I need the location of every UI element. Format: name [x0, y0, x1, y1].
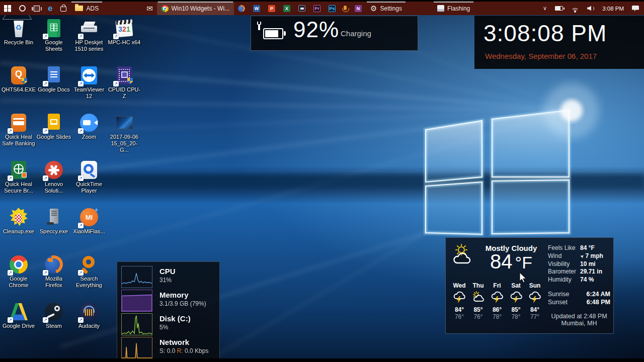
thunderstorm-icon — [490, 291, 505, 304]
taskbar-item-settings[interactable]: ⚙ Settings — [366, 2, 407, 15]
powerpoint-button[interactable]: P — [264, 2, 279, 15]
desktop-icon-cpu-z[interactable]: CPUID CPU-Z — [107, 64, 142, 112]
photoshop-icon: Ps — [329, 5, 336, 12]
task-view-button[interactable] — [30, 2, 44, 15]
sunset-value: 6:48 PM — [587, 298, 610, 306]
weather-widget[interactable]: Mostly Cloudy 84°F Feels Like84 °F Wind➤… — [445, 237, 614, 334]
battery-charge-icon — [263, 28, 283, 39]
cortana-button[interactable] — [15, 2, 30, 15]
edge-button[interactable]: e — [44, 2, 56, 15]
flashing-window-label: Flashing — [447, 5, 470, 12]
premiere-button[interactable]: Pr — [309, 2, 325, 15]
cpu-graph — [121, 266, 152, 288]
battery-status: Charging — [341, 29, 371, 38]
disk-graph — [121, 313, 152, 335]
sunrise-value: 6:24 AM — [587, 290, 610, 298]
forecast-thu[interactable]: Thu 85° 76° — [470, 282, 487, 320]
sunrise-label: Sunrise — [548, 290, 569, 298]
system-monitor-widget: CPU 31% Memory 3.1/3.9 GB (79%) Disk (C:… — [117, 261, 220, 358]
letterbox-bottom — [0, 358, 644, 362]
desktop-icon-quick-heal-secure-browse[interactable]: Quick Heal Secure Br... — [1, 159, 36, 206]
desktop-icon-qhts64[interactable]: Q QHTS64.EXE — [1, 64, 36, 112]
firefox-icon — [238, 5, 245, 12]
settings-window-label: Settings — [380, 5, 402, 12]
network-row: Network S: 0.0 R: 0.0 Kbps — [121, 337, 217, 358]
taskbar-item-explorer-ads[interactable]: ADS — [70, 2, 103, 15]
screenshot-thumbnail-icon — [114, 113, 134, 133]
taskbar-item-flashing[interactable]: Flashing — [433, 2, 474, 15]
forecast-wed[interactable]: Wed 84° 76° — [451, 282, 468, 320]
edge-icon: e — [48, 4, 52, 13]
tray-volume-button[interactable] — [584, 2, 597, 15]
desktop-icon-hp-deskjet[interactable]: HP Deskjet 1510 series — [71, 17, 107, 64]
forecast-fri[interactable]: Fri 86° 78° — [489, 282, 506, 320]
memory-row: Memory 3.1/3.9 GB (79%) — [121, 290, 217, 312]
mail-button[interactable]: ✉ — [142, 2, 157, 15]
firefox-icon — [44, 254, 64, 275]
tray-battery-button[interactable] — [552, 2, 566, 15]
desktop-icon-screenshot-file[interactable]: 2017-09-06 15_05_20-G... — [107, 112, 142, 159]
desktop-icon-audacity[interactable]: Audacity — [71, 301, 107, 348]
store-icon — [60, 7, 66, 12]
desktop-icon-lenovo-solution[interactable]: Lenovo Soluti... — [36, 159, 71, 206]
taskbar-item-chrome[interactable]: Win10 Widgets - Wi... — [157, 2, 234, 15]
desktop-icon-google-chrome[interactable]: Google Chrome — [1, 253, 36, 301]
photoshop-button[interactable]: Ps — [325, 2, 340, 15]
window-icon — [437, 5, 444, 12]
desktop-icon-teamviewer[interactable]: TeamViewer 12 — [71, 64, 107, 112]
desktop-icon-google-slides[interactable]: Google Slides — [36, 112, 71, 159]
desktop-icon-cleanup[interactable]: Cleanup.exe — [1, 206, 36, 253]
weather-details: Feels Like84 °F Wind➤7 mph Visibility10 … — [548, 244, 610, 284]
search-everything-icon — [79, 254, 99, 275]
desktop-icon-search-everything[interactable]: Search Everything — [71, 253, 107, 301]
letterbox-top — [0, 0, 644, 2]
desktop-icon-zoom[interactable]: Zoom — [71, 112, 107, 159]
video-app-button[interactable] — [294, 2, 309, 15]
google-docs-icon — [44, 65, 64, 85]
cortana-icon — [19, 5, 26, 12]
desktop-icon-xiaomi-flash[interactable]: MI XiaoMiFlas... — [71, 206, 107, 253]
disk-row: Disk (C:) 5% — [121, 313, 217, 335]
quicktime-icon — [79, 160, 99, 180]
thunderstorm-icon — [452, 291, 467, 304]
word-button[interactable]: W — [249, 2, 264, 15]
mouse-cursor — [519, 273, 527, 284]
desktop-icon-quicktime[interactable]: QuickTime Player — [71, 159, 107, 206]
forecast-sat[interactable]: Sat 85° 78° — [508, 282, 525, 320]
desktop-icon-google-drive[interactable]: Google Drive — [1, 301, 36, 348]
forecast-sun[interactable]: Sun 84° 77° — [526, 282, 543, 320]
desktop-icon-mpc-hc[interactable]: 321 MPC-HC x64 — [107, 17, 142, 64]
store-button[interactable] — [56, 2, 70, 15]
onenote-button[interactable]: N — [351, 2, 366, 15]
desktop-icon-recycle-bin[interactable]: ♻ Recycle Bin — [1, 17, 36, 64]
thunderstorm-icon — [527, 291, 542, 304]
mostly-cloudy-icon — [451, 244, 477, 265]
desktop-icon-quick-heal-safe-banking[interactable]: Quick Heal Safe Banking — [1, 112, 36, 159]
desktop-icon-google-sheets[interactable]: Google Sheets — [36, 17, 71, 64]
desktop-icon-speccy[interactable]: Speccy.exe — [36, 206, 71, 253]
weather-temperature: 84°F — [477, 250, 545, 273]
media-player-icon: 321 — [114, 18, 134, 38]
firefox-button[interactable] — [234, 2, 249, 15]
battery-icon — [555, 6, 563, 11]
desktop-icon-steam[interactable]: Steam — [36, 301, 71, 348]
google-sheets-icon — [44, 18, 64, 38]
desktop-icon-google-docs[interactable]: Google Docs — [36, 64, 71, 112]
desktop-icon-mozilla-firefox[interactable]: Mozilla Firefox — [36, 253, 71, 301]
powerpoint-icon: P — [268, 5, 275, 12]
action-center-button[interactable] — [629, 2, 642, 15]
start-button[interactable] — [0, 2, 15, 15]
cleanup-icon — [9, 207, 29, 227]
tray-clock[interactable]: 3:08 PM — [599, 2, 627, 15]
clock-date: Wednesday, September 06, 2017 — [485, 52, 597, 60]
printer-icon — [79, 18, 99, 38]
tray-expand-button[interactable]: ∨ — [540, 2, 550, 15]
mail-icon: ✉ — [146, 5, 153, 12]
battery-percent: 92% — [293, 17, 339, 42]
quick-heal-installer-icon: Q — [9, 65, 29, 85]
explorer-window-label: ADS — [86, 5, 99, 12]
recorder-button[interactable] — [340, 2, 351, 15]
safe-banking-icon — [9, 113, 29, 133]
tray-network-button[interactable] — [568, 2, 582, 15]
excel-button[interactable]: X — [279, 2, 294, 15]
